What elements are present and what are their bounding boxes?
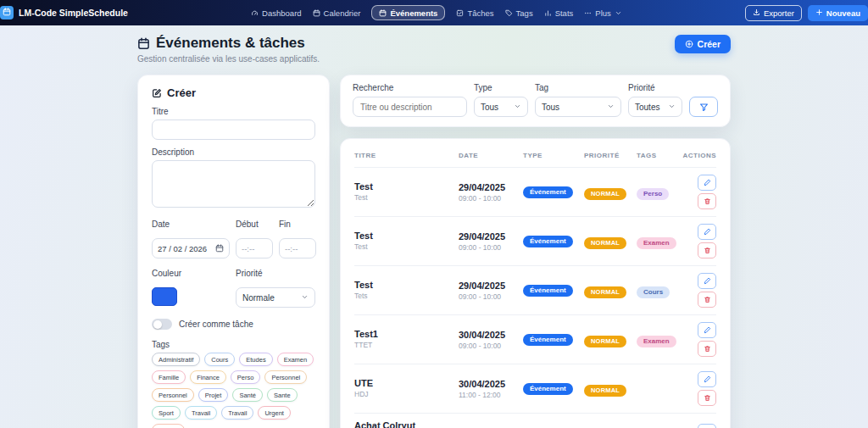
row-title: Test [354, 280, 452, 290]
col-date: Date [459, 152, 523, 159]
color-picker[interactable] [152, 287, 177, 306]
nav-item-dashboard[interactable]: Dashboard [251, 8, 301, 18]
trash-icon [704, 345, 711, 353]
new-button[interactable]: Nouveau [808, 5, 868, 21]
tags-label: Tags [152, 340, 315, 349]
pencil-icon [704, 326, 711, 334]
priorite-filter-select[interactable]: Toutes [628, 97, 682, 117]
row-tags-cell: Examen [637, 331, 693, 347]
apply-filter-button[interactable] [689, 97, 718, 117]
tag-chip-personnel[interactable]: Personnel [264, 370, 307, 384]
tag-chip-travail[interactable]: Travail [221, 406, 253, 420]
row-type-cell: Événement [523, 334, 584, 346]
chevron-down-icon [607, 103, 615, 112]
plus-circle-icon [685, 40, 693, 48]
edit-button[interactable] [698, 322, 716, 338]
edit-button[interactable] [698, 371, 716, 387]
tag-chip-administratif[interactable]: Administratif [152, 353, 200, 366]
trash-icon [704, 296, 711, 303]
tag-chip-cours[interactable]: Cours [204, 353, 235, 366]
table-row: Test1TTET30/04/202509:00 - 10:00Événemen… [354, 315, 716, 364]
create-button[interactable]: Créer [675, 35, 731, 53]
edit-button[interactable] [698, 424, 716, 428]
nav-item-taches[interactable]: Tâches [456, 8, 493, 18]
tasks-icon [456, 9, 464, 17]
edit-button[interactable] [698, 224, 716, 240]
delete-button[interactable] [698, 341, 716, 357]
debut-input[interactable]: --:-- [236, 238, 273, 258]
delete-button[interactable] [698, 292, 716, 308]
tag-chip-finance[interactable]: Finance [190, 370, 226, 384]
tag-select[interactable]: Tous [535, 97, 621, 117]
nav-item-stats[interactable]: Stats [544, 8, 574, 18]
delete-button[interactable] [698, 242, 716, 258]
tag-chip-perso[interactable]: Perso [231, 370, 261, 384]
tag-chip-personnel[interactable]: Personnel [152, 388, 194, 402]
tag-chip-urgent[interactable]: Urgent [152, 424, 185, 428]
nav-item-calendrier[interactable]: Calendrier [313, 8, 361, 18]
titre-label: Titre [152, 107, 315, 116]
row-time: 09:00 - 10:00 [459, 292, 523, 301]
row-date-cell: 29/04/202509:00 - 10:00 [459, 281, 523, 301]
row-tags-cell: Perso [637, 184, 693, 200]
tag-chip-travail[interactable]: Travail [185, 406, 217, 420]
tag-chip-famille[interactable]: Famille [152, 370, 186, 384]
row-actions-cell [693, 224, 716, 258]
tag-chip-urgent[interactable]: Urgent [258, 406, 291, 420]
app-logo-icon [0, 6, 14, 19]
brand-name: LM-Code SimpleSchedule [19, 8, 128, 18]
tag-chip-sante[interactable]: Sante [267, 388, 298, 402]
type-badge: Événement [523, 383, 573, 395]
pencil-icon [704, 228, 711, 236]
priorite-select[interactable]: Normale [236, 287, 315, 308]
titre-input[interactable] [152, 120, 315, 140]
delete-button[interactable] [698, 390, 716, 406]
row-type-cell: Événement [523, 383, 584, 395]
date-input[interactable]: 27 / 02 / 2026 [152, 238, 230, 258]
nav-menu: DashboardCalendrierÉvénementsTâchesTagsS… [251, 5, 622, 20]
events-table: Titre Date Type Priorité Tags Actions Te… [340, 138, 731, 428]
brand[interactable]: LM-Code SimpleSchedule [0, 6, 128, 19]
download-icon [753, 8, 760, 18]
nav-item-plus[interactable]: Plus [584, 8, 621, 18]
row-type-cell: Événement [523, 186, 584, 198]
nav-actions: Exporter Nouveau [745, 5, 868, 21]
table-row: TestTets29/04/202509:00 - 10:00Événement… [354, 266, 716, 315]
description-label: Description [152, 147, 315, 157]
tag-chip-sport[interactable]: Sport [152, 406, 181, 420]
tag-chip-santé[interactable]: Santé [232, 388, 263, 402]
row-subtitle: HDJ [354, 390, 452, 399]
tag-chip-etudes[interactable]: Etudes [239, 353, 272, 366]
chevron-down-icon [615, 9, 622, 17]
row-time: 09:00 - 10:00 [459, 194, 523, 203]
row-time: 09:00 - 10:00 [459, 243, 523, 252]
row-subtitle: Test [354, 242, 452, 252]
type-label: Type [474, 83, 528, 92]
row-actions-cell [693, 371, 716, 406]
row-title: Test [354, 231, 452, 241]
table-body: TestTest29/04/202509:00 - 10:00Événement… [354, 168, 716, 428]
tag-badge: Cours [637, 286, 670, 298]
search-input[interactable] [353, 97, 467, 117]
nav-item-tags[interactable]: Tags [505, 8, 533, 18]
trash-icon [704, 197, 711, 205]
edit-button[interactable] [698, 175, 716, 191]
row-time: 11:00 - 12:00 [459, 391, 523, 399]
calendar-icon [379, 9, 387, 17]
chevron-down-icon [301, 293, 309, 303]
tag-chip-projet[interactable]: Projet [198, 388, 229, 402]
chart-icon [544, 9, 552, 17]
tag-chip-examen[interactable]: Examen [277, 353, 314, 366]
type-select[interactable]: Tous [474, 97, 528, 117]
nav-item-evenements[interactable]: Événements [371, 5, 445, 20]
row-date-cell: 29/04/202509:00 - 10:00 [459, 231, 523, 252]
export-button[interactable]: Exporter [745, 5, 802, 21]
table-row: Achat ColryutIl faudra faire des achats … [354, 414, 716, 428]
edit-button[interactable] [698, 273, 716, 289]
description-input[interactable] [152, 160, 315, 208]
type-badge: Événement [523, 285, 573, 297]
task-toggle[interactable] [152, 319, 172, 330]
delete-button[interactable] [698, 193, 716, 209]
fin-input[interactable]: --:-- [279, 238, 316, 258]
calendar-icon [215, 244, 224, 253]
